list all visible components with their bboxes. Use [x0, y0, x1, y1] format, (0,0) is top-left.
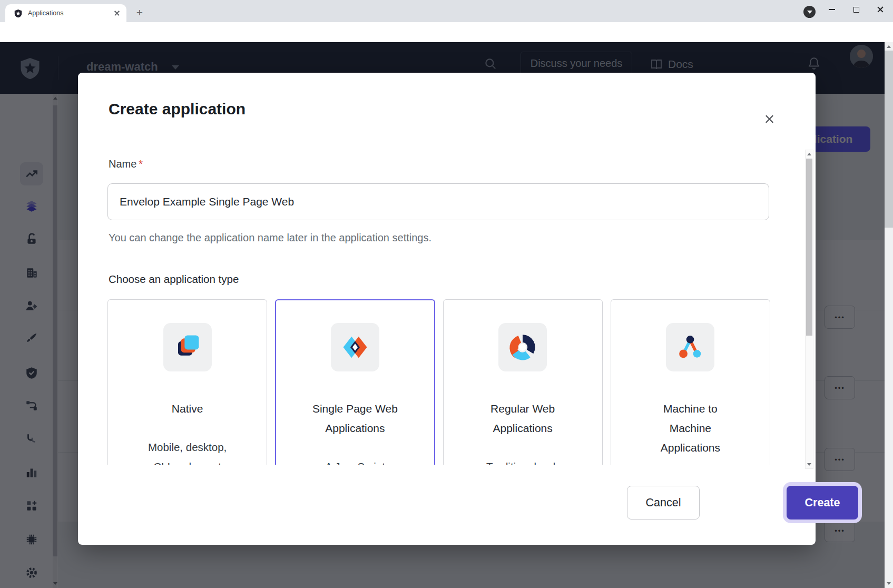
create-button[interactable]: Create	[787, 486, 858, 520]
tab-search-button[interactable]	[803, 6, 816, 18]
browser-tab[interactable]: Applications	[5, 4, 126, 22]
browser-toolbar: manage.auth0.com/dashboard/eu/dream-watc…	[0, 22, 893, 42]
modal-scrollbar[interactable]	[805, 150, 813, 469]
m2m-icon	[666, 323, 714, 371]
card-description: Mobile, desktop, CLI and smart	[108, 437, 267, 465]
spa-icon	[331, 323, 379, 371]
application-name-input[interactable]	[107, 183, 769, 220]
close-icon[interactable]	[761, 111, 778, 128]
screen: Applications + manage.auth0.com/dashboar…	[0, 0, 893, 588]
scrollbar-thumb[interactable]	[885, 51, 893, 228]
modal-title: Create application	[109, 100, 246, 118]
window-maximize-button[interactable]	[847, 2, 865, 17]
required-asterisk: *	[139, 158, 143, 170]
card-description: Traditional web	[444, 457, 602, 465]
card-machine-to-machine[interactable]: Machine to Machine Applications	[611, 299, 770, 465]
card-title: Native	[108, 399, 267, 418]
new-tab-button[interactable]: +	[132, 5, 148, 21]
card-single-page-web[interactable]: Single Page Web Applications A JavaScrip…	[275, 299, 435, 465]
application-type-cards: Native Mobile, desktop, CLI and smart Si…	[107, 299, 770, 465]
tab-close-icon[interactable]	[113, 9, 121, 17]
card-native[interactable]: Native Mobile, desktop, CLI and smart	[107, 299, 267, 465]
create-application-modal: Create application Name* You can change …	[78, 73, 816, 545]
card-description: A JavaScript	[276, 457, 434, 465]
native-icon	[163, 323, 212, 371]
window-close-button[interactable]	[871, 2, 889, 17]
name-label: Name*	[109, 158, 143, 170]
cancel-button[interactable]: Cancel	[627, 486, 700, 520]
tab-title: Applications	[28, 9, 113, 17]
card-title: Machine to Machine Applications	[611, 399, 770, 457]
window-minimize-button[interactable]	[823, 2, 841, 17]
choose-type-label: Choose an application type	[109, 273, 239, 286]
card-title: Regular Web Applications	[444, 399, 602, 438]
card-title: Single Page Web Applications	[276, 399, 434, 438]
modal-scrollbar-thumb[interactable]	[806, 159, 812, 336]
card-regular-web[interactable]: Regular Web Applications Traditional web	[443, 299, 603, 465]
regular-web-icon	[498, 323, 547, 371]
auth0-favicon-icon	[14, 9, 23, 18]
browser-scrollbar[interactable]	[885, 42, 893, 588]
name-helper-text: You can change the application name late…	[109, 232, 431, 244]
tab-strip: Applications +	[0, 0, 893, 22]
